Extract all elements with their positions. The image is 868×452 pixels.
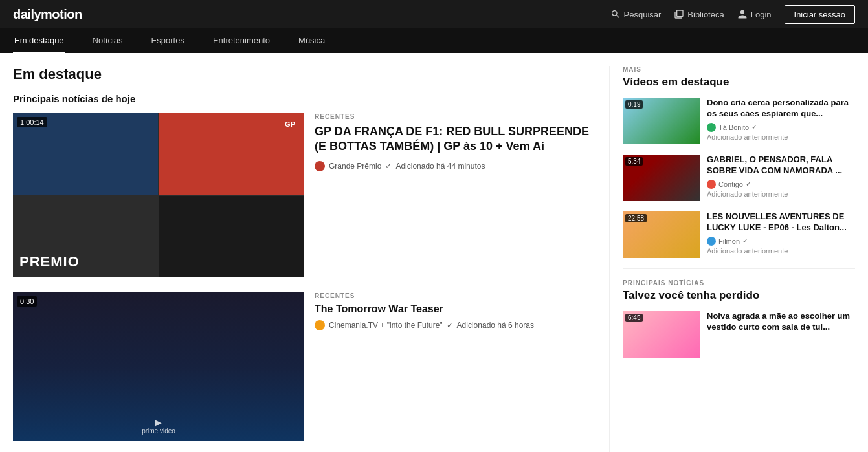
search-button[interactable]: Pesquisar [610, 9, 662, 19]
cat-nav-item-esportes[interactable]: Esportes [150, 28, 186, 53]
logo[interactable]: dailymotion [13, 7, 82, 22]
cat-nav-item-musica[interactable]: Música [297, 28, 326, 53]
war-video-info: RECENTES The Tomorrow War Teaser Cineman… [315, 292, 534, 441]
search-label: Pesquisar [624, 10, 662, 19]
video-thumb-gp[interactable]: PREMIO GP 1:00:14 [13, 113, 304, 277]
gp-channel-name: Grande Prêmio [329, 162, 381, 171]
sidebar-video-info-2: GABRIEL, O PENSADOR, FALA SOBRE VIDA COM… [707, 155, 855, 201]
sidebar-ch-dot-2 [707, 180, 716, 189]
cat-nav-item-entretenimento[interactable]: Entretenimento [212, 28, 271, 53]
main-right: MAIS Vídeos em destaque 0:19 Dono cria c… [609, 66, 855, 452]
login-button[interactable]: Login [737, 9, 772, 19]
sidebar-thumb-wrap-3: 22:58 [623, 211, 700, 258]
main-container: Em destaque Principais notícias de hoje … [0, 53, 868, 452]
page-title: Em destaque [13, 66, 590, 83]
sidebar-ch-dot-3 [707, 237, 716, 246]
sidebar-video-title-1: Dono cria cerca personalizada para os se… [707, 98, 855, 120]
premio-label: PREMIO [19, 253, 80, 270]
video-thumb-war[interactable]: ▶ prime video 0:30 [13, 292, 304, 441]
sidebar-channel-3: Filmon [718, 237, 740, 245]
video-card-gp: PREMIO GP 1:00:14 RECENTES GP DA FRANÇA … [13, 113, 590, 277]
cat-nav-item-noticias[interactable]: Notícias [91, 28, 124, 53]
sidebar-duration-2: 5:34 [625, 157, 643, 166]
sidebar-verified-1: ✓ [751, 123, 757, 131]
sidebar-bottom-duration-1: 6:45 [625, 314, 643, 322]
top-nav-right: Pesquisar Biblioteca Login Iniciar sessã… [610, 5, 855, 24]
sidebar-ch-dot-1 [707, 123, 716, 132]
sidebar-video-item-3[interactable]: 22:58 LES NOUVELLES AVENTURES DE LUCKY L… [623, 211, 855, 258]
sidebar-video-item-1[interactable]: 0:19 Dono cria cerca personalizada para … [623, 98, 855, 144]
sidebar-added-1: Adicionado anteriormente [707, 133, 855, 141]
sidebar-thumb-wrap-2: 5:34 [623, 155, 700, 201]
gp-recentes-label: RECENTES [315, 113, 590, 120]
war-channel-dot [315, 320, 325, 330]
sidebar-divider [623, 268, 855, 269]
sidebar-verified-3: ✓ [742, 237, 748, 245]
main-left: Em destaque Principais notícias de hoje … [13, 66, 609, 452]
war-verified-icon: ✓ [447, 321, 453, 330]
sidebar-video-meta-2: Contigo ✓ [707, 180, 855, 189]
sidebar-added-2: Adicionado anteriormente [707, 190, 855, 198]
top-nav: dailymotion Pesquisar Biblioteca Login I… [0, 0, 868, 28]
sidebar-channel-2: Contigo [718, 180, 743, 188]
gp-added-time: Adicionado há 44 minutos [395, 162, 485, 171]
library-icon [674, 9, 684, 19]
war-video-title[interactable]: The Tomorrow War Teaser [315, 303, 534, 315]
sidebar-thumb-wrap-1: 0:19 [623, 98, 700, 144]
sidebar-channel-1: Tá Bonito [718, 124, 749, 131]
sidebar-bottom-thumb-wrap-1: 6:45 [623, 311, 700, 358]
sidebar-bottom-video-1[interactable]: 6:45 Noiva agrada a mãe ao escolher um v… [623, 311, 855, 358]
user-icon [737, 9, 748, 19]
gp-channel-dot [315, 161, 325, 171]
category-nav: Em destaque Notícias Esportes Entretenim… [0, 28, 868, 53]
video-card-war: ▶ prime video 0:30 RECENTES The Tomorrow… [13, 292, 590, 441]
sidebar-video-title-3: LES NOUVELLES AVENTURES DE LUCKY LUKE - … [707, 211, 855, 233]
library-label: Biblioteca [687, 10, 724, 19]
war-video-meta: Cinemania.TV + "into the Future" ✓ Adici… [315, 320, 534, 330]
sidebar-video-item-2[interactable]: 5:34 GABRIEL, O PENSADOR, FALA SOBRE VID… [623, 155, 855, 201]
war-thumbnail: ▶ prime video [13, 292, 304, 441]
gp-duration-badge: 1:00:14 [17, 117, 47, 127]
cat-nav-item-em-destaque[interactable]: Em destaque [13, 28, 65, 53]
war-duration-badge: 0:30 [17, 296, 37, 307]
gp-video-meta: Grande Prêmio ✓ Adicionado há 44 minutos [315, 161, 590, 171]
sidebar-bottom-video-info-1: Noiva agrada a mãe ao escolher um vestid… [707, 311, 855, 358]
sidebar-duration-1: 0:19 [625, 100, 643, 109]
gp-thumbnail: PREMIO GP [13, 113, 304, 277]
sidebar-video-info-1: Dono cria cerca personalizada para os se… [707, 98, 855, 144]
sidebar-video-meta-1: Tá Bonito ✓ [707, 123, 855, 132]
prime-badge: ▶ prime video [142, 417, 175, 435]
bottom-section-label: PRINCIPAIS NOTÍCIAS [623, 279, 855, 286]
sidebar-duration-3: 22:58 [625, 214, 647, 222]
sidebar-mais-label: MAIS [623, 66, 855, 73]
gp-video-title[interactable]: GP DA FRANÇA DE F1: RED BULL SURPREENDE … [315, 124, 590, 155]
library-button[interactable]: Biblioteca [674, 9, 724, 19]
signin-button[interactable]: Iniciar sessão [785, 5, 855, 24]
sidebar-added-3: Adicionado anteriormente [707, 247, 855, 255]
gp-verified-icon: ✓ [385, 162, 392, 171]
bottom-section-title: Talvez você tenha perdido [623, 289, 855, 302]
sidebar-video-title-2: GABRIEL, O PENSADOR, FALA SOBRE VIDA COM… [707, 155, 855, 177]
sidebar-bottom-video-title-1: Noiva agrada a mãe ao escolher um vestid… [707, 311, 855, 333]
war-recentes-label: RECENTES [315, 292, 534, 299]
war-added-time: Adicionado há 6 horas [457, 321, 534, 330]
section-heading: Principais notícias de hoje [13, 93, 590, 104]
login-label: Login [751, 10, 772, 19]
gp-video-info: RECENTES GP DA FRANÇA DE F1: RED BULL SU… [315, 113, 590, 277]
war-channel-name: Cinemania.TV + "into the Future" [329, 321, 443, 330]
search-icon [610, 9, 621, 19]
sidebar-video-info-3: LES NOUVELLES AVENTURES DE LUCKY LUKE - … [707, 211, 855, 258]
gp-logo: GP [281, 118, 299, 130]
sidebar-verified-2: ✓ [746, 180, 751, 188]
sidebar-video-meta-3: Filmon ✓ [707, 237, 855, 246]
sidebar-section-title: Vídeos em destaque [623, 76, 855, 89]
